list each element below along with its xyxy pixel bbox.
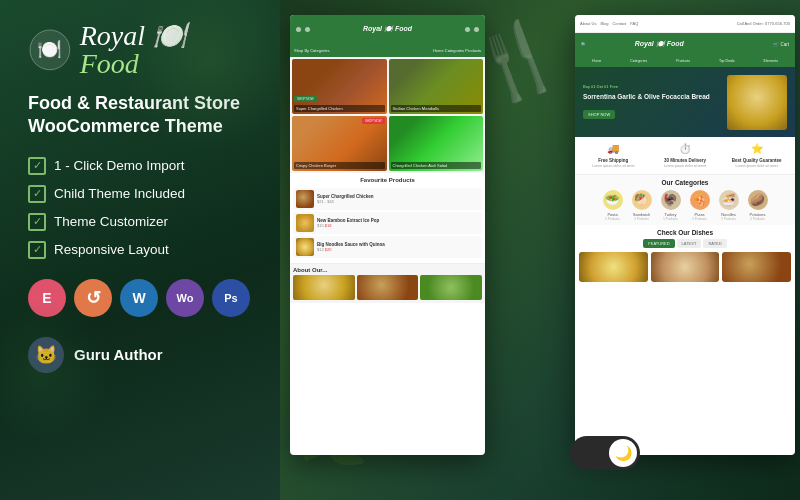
fav-item-3-details: Big Noodles Sauce with Quinoa $12 $20 [317,242,385,252]
pr-dish-2 [651,252,720,282]
tagline: Food & Restaurant Store WooCommerce Them… [28,92,252,139]
card-label-1: Super Chargrilled Chicken [294,105,385,112]
pr-tab-featured[interactable]: FEATURED [643,239,674,248]
pr-tab-latest[interactable]: LATEST [677,239,702,248]
pr-cat-pizza-icon: 🍕 [690,190,710,210]
nav-dot-4 [474,27,479,32]
pr-topbar-links: About Us Blog Contact FAQ [580,21,638,26]
tech-icon-elementor[interactable]: E [28,279,66,317]
fav-item-3: Big Noodles Sauce with Quinoa $12 $20 [293,236,482,258]
pr-cat-sandwich: 🥙 Sandwich 5 Products [629,190,655,221]
pr-topbar: About Us Blog Contact FAQ Call And Order… [575,15,795,33]
tagline-line2: WooCommerce Theme [28,115,252,138]
pr-blog: Blog [600,21,608,26]
feature-responsive: Responsive Layout [28,241,252,259]
pr-cat-products: Products [676,59,690,63]
tech-icons-row: E ↺ W Wo Ps [28,279,252,317]
fav-title: Favourite Products [290,173,485,185]
preview-categories-bar: Shop By Categories Home Categories Produ… [290,43,485,57]
author-badge: 🐱 [28,337,64,373]
pr-dishes-section: Check Our Dishes FEATURED LATEST RATED [575,225,795,286]
product-card-2: Sicilian Chicken Meatballs [389,59,484,114]
pr-search-icon[interactable]: 🔍 [581,42,587,47]
pr-dishes-tabs: FEATURED LATEST RATED [579,239,791,248]
fav-items-list: Super Chargrilled Chicken $21 - $45 New … [290,185,485,263]
pr-cat-sandwich-icon: 🥙 [632,190,652,210]
pr-cat-bar: Home Categories Products Top Deals Eleme… [575,55,795,67]
pr-cat-sandwich-count: 5 Products [629,217,655,221]
pr-delivery-icon: ⏱️ [651,142,720,156]
about-section-stub: About Our... [290,263,485,303]
pr-cat-home: Home [592,59,601,63]
feature-customizer: Theme Customizer [28,213,252,231]
about-title: About Our... [293,267,482,273]
card-btn-1[interactable]: SHOP NOW [294,96,317,102]
left-panel: 🍽️ Royal 🍽️ Food Food & Restaurant Store… [0,0,280,500]
preview-product-grid: Super Chargrilled Chicken SHOP NOW Sicil… [290,57,485,173]
nav-dot-2 [305,27,310,32]
about-img-3 [420,275,482,300]
pr-hero-content: Buy #1 Get #1 Free Sorrentina Garlic & O… [583,84,710,120]
check-icon-3 [28,213,46,231]
pr-hero-img [727,75,787,130]
pr-quality-desc: Lorem ipsum dolor sit amet [722,164,791,169]
check-icon-4 [28,241,46,259]
preview-left-nav: Royal 🍽️ Food [290,15,485,43]
pr-feature-quality: ⭐ Best Quality Guarantee Lorem ipsum dol… [722,142,791,169]
pr-hero-promo: Buy #1 Get #1 Free [583,84,710,89]
pr-cat-pizza-count: 5 Products [687,217,713,221]
pr-categories-title: Our Categories [579,179,791,186]
check-icon-1 [28,157,46,175]
pr-dish-3 [722,252,791,282]
feature-label-4: Responsive Layout [54,242,169,257]
pr-cart-icon[interactable]: 🛒 Cart [773,42,789,47]
nav-dot-3 [465,27,470,32]
pr-delivery-desc: Lorem ipsum dolor sit amet [651,164,720,169]
fav-item-2: New Bamboo Extract Ice Pop $15 $18 [293,212,482,234]
pr-cat-pasta: 🥗 Pasta 5 Products [600,190,626,221]
feature-label-3: Theme Customizer [54,214,168,229]
feature-demo-import: 1 - Click Demo Import [28,157,252,175]
fav-img-1 [296,190,314,208]
tech-icon-photoshop[interactable]: Ps [212,279,250,317]
pr-hero-btn[interactable]: SHOP NOW [583,110,615,119]
pr-shipping-icon: 🚚 [579,142,648,156]
pr-cat-turkey: 🦃 Turkey 5 Products [658,190,684,221]
tech-icon-woocommerce[interactable]: ↺ [74,279,112,317]
pr-hero: Buy #1 Get #1 Free Sorrentina Garlic & O… [575,67,795,137]
pr-about: About Us [580,21,596,26]
pr-contact: Contact [612,21,626,26]
tech-icon-wordpress[interactable]: W [120,279,158,317]
pr-cat-categories: Categories [630,59,647,63]
product-card-4: Chargrilled Chicken Aioli Salad [389,116,484,171]
toggle-circle: 🌙 [609,439,637,467]
author-label: Guru Author [74,346,163,363]
dark-mode-toggle[interactable]: 🌙 [570,436,640,470]
brand-food: Food [80,48,139,79]
fav-item-3-price: $12 $20 [317,247,385,252]
right-panel: 🍴 🌿 🌿 Royal 🍽️ Food Shop By Categories H… [280,0,800,500]
preview-nav-logo: Royal 🍽️ Food [363,25,412,33]
tech-icon-woo[interactable]: Wo [166,279,204,317]
card-label-2: Sicilian Chicken Meatballs [391,105,482,112]
pr-cat-pasta-count: 5 Products [600,217,626,221]
brand-food-icon: 🍽️ [152,20,187,51]
pr-cat-turkey-icon: 🦃 [661,190,681,210]
fav-item-1-price: $21 - $45 [317,199,374,204]
feature-child-theme: Child Theme Included [28,185,252,203]
pr-faq: FAQ [630,21,638,26]
fav-item-2-price: $15 $18 [317,223,379,228]
feature-label-2: Child Theme Included [54,186,185,201]
logo-text: Royal 🍽️ Food [80,22,252,78]
pr-cat-turkey-count: 5 Products [658,217,684,221]
pr-feature-delivery: ⏱️ 30 Minutes Delivery Lorem ipsum dolor… [651,142,720,169]
pr-cat-noodles: 🍜 Noodles 5 Products [716,190,742,221]
nav-dot-1 [296,27,301,32]
fav-img-2 [296,214,314,232]
moon-icon: 🌙 [615,445,632,461]
feature-label-1: 1 - Click Demo Import [54,158,185,173]
pr-dishes-grid [579,252,791,282]
pr-cat-potatoes-icon: 🥔 [748,190,768,210]
pr-tab-rated[interactable]: RATED [703,239,726,248]
fav-img-3 [296,238,314,256]
